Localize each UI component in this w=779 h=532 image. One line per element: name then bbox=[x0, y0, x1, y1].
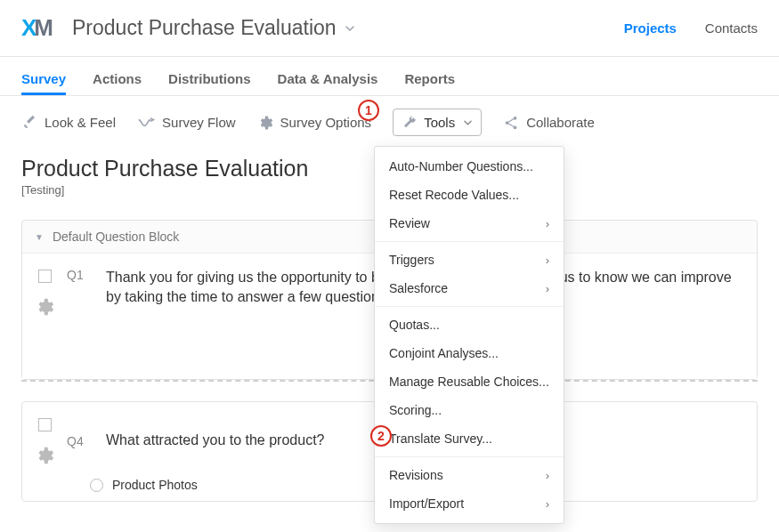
chevron-right-icon: › bbox=[546, 254, 549, 267]
block-name: Default Question Block bbox=[53, 230, 179, 244]
menu-auto-number[interactable]: Auto-Number Questions... bbox=[375, 152, 564, 181]
tool-survey-options-label: Survey Options bbox=[280, 115, 372, 130]
menu-triggers[interactable]: Triggers› bbox=[375, 246, 564, 274]
top-nav: Projects Contacts bbox=[599, 20, 758, 36]
logo[interactable]: X M bbox=[21, 14, 53, 42]
tool-look-feel-label: Look & Feel bbox=[45, 115, 116, 130]
chevron-right-icon: › bbox=[546, 217, 549, 230]
logo-m: M bbox=[34, 14, 53, 42]
toolbar: Look & Feel Survey Flow Survey Options T… bbox=[0, 96, 779, 149]
menu-reset-recode[interactable]: Reset Recode Values... bbox=[375, 181, 564, 209]
question-checkbox[interactable] bbox=[38, 418, 52, 431]
tab-reports[interactable]: Reports bbox=[404, 62, 455, 95]
question-text[interactable]: What attracted you to the product? bbox=[106, 431, 324, 450]
radio-icon[interactable] bbox=[90, 479, 103, 492]
menu-manage-choices[interactable]: Manage Reusable Choices... bbox=[375, 367, 564, 396]
tools-menu: Auto-Number Questions... Reset Recode Va… bbox=[374, 146, 564, 524]
svg-point-2 bbox=[514, 125, 517, 129]
menu-import-export[interactable]: Import/Export› bbox=[375, 489, 564, 518]
brush-icon bbox=[21, 115, 37, 131]
project-selector[interactable]: Product Purchase Evaluation bbox=[72, 16, 354, 40]
tool-tools-button[interactable]: Tools bbox=[393, 109, 482, 136]
project-title-text: Product Purchase Evaluation bbox=[72, 16, 337, 40]
svg-point-1 bbox=[514, 116, 517, 119]
question-id: Q4 bbox=[67, 434, 93, 448]
tool-survey-flow-label: Survey Flow bbox=[162, 115, 236, 130]
tab-survey[interactable]: Survey bbox=[21, 62, 66, 95]
tool-tools-label: Tools bbox=[424, 115, 455, 130]
menu-separator bbox=[375, 456, 564, 457]
menu-separator bbox=[375, 306, 564, 307]
callout-badge-1: 1 bbox=[358, 100, 379, 121]
tool-collaborate[interactable]: Collaborate bbox=[503, 115, 595, 131]
tab-data-analysis[interactable]: Data & Analysis bbox=[278, 62, 378, 95]
tool-survey-flow[interactable]: Survey Flow bbox=[137, 115, 236, 130]
chevron-down-icon bbox=[345, 26, 354, 31]
tab-distributions[interactable]: Distributions bbox=[168, 62, 251, 95]
menu-scoring[interactable]: Scoring... bbox=[375, 396, 564, 424]
callout-badge-2: 2 bbox=[370, 425, 392, 447]
share-icon bbox=[503, 115, 519, 131]
triangle-down-icon: ▼ bbox=[35, 232, 44, 242]
menu-quotas[interactable]: Quotas... bbox=[375, 310, 564, 339]
menu-translate[interactable]: Translate Survey... bbox=[375, 424, 564, 453]
option-label: Product Photos bbox=[112, 478, 198, 492]
menu-separator bbox=[375, 241, 564, 242]
menu-conjoint[interactable]: Conjoint Analyses... bbox=[375, 339, 564, 367]
gear-icon bbox=[257, 115, 273, 131]
chevron-right-icon: › bbox=[546, 469, 549, 482]
gear-icon[interactable] bbox=[35, 446, 54, 465]
tool-collaborate-label: Collaborate bbox=[526, 115, 595, 130]
menu-revisions[interactable]: Revisions› bbox=[375, 461, 564, 489]
question-id: Q1 bbox=[67, 268, 93, 282]
top-bar: X M Product Purchase Evaluation Projects… bbox=[0, 0, 779, 57]
wrench-icon bbox=[402, 116, 417, 130]
flow-icon bbox=[137, 117, 155, 129]
chevron-right-icon: › bbox=[546, 282, 549, 295]
chevron-right-icon: › bbox=[546, 497, 549, 511]
nav-contacts[interactable]: Contacts bbox=[705, 20, 758, 36]
tool-look-feel[interactable]: Look & Feel bbox=[21, 115, 116, 131]
menu-review[interactable]: Review› bbox=[375, 209, 564, 238]
nav-projects[interactable]: Projects bbox=[624, 20, 677, 36]
chevron-down-icon bbox=[464, 120, 472, 125]
tool-survey-options[interactable]: Survey Options bbox=[257, 115, 372, 131]
svg-point-0 bbox=[506, 121, 509, 125]
menu-salesforce[interactable]: Salesforce› bbox=[375, 274, 564, 302]
tab-actions[interactable]: Actions bbox=[93, 62, 142, 95]
tab-bar: Survey Actions Distributions Data & Anal… bbox=[0, 57, 779, 96]
gear-icon[interactable] bbox=[35, 297, 54, 317]
question-checkbox[interactable] bbox=[38, 270, 52, 283]
